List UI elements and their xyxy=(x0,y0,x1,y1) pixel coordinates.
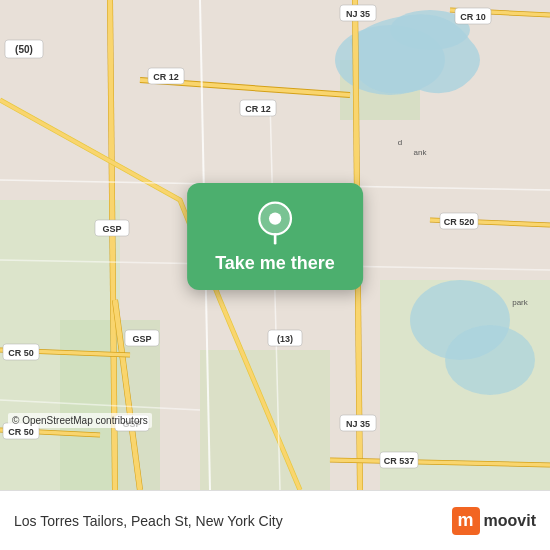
svg-text:CR 12: CR 12 xyxy=(245,104,271,114)
footer-bar: Los Torres Tailors, Peach St, New York C… xyxy=(0,490,550,550)
svg-text:CR 50: CR 50 xyxy=(8,427,34,437)
osm-attribution: © OpenStreetMap contributors xyxy=(8,413,152,428)
location-pin-icon xyxy=(253,201,297,245)
map-view: (50) CR 12 NJ 35 CR 10 CR 12 GSP GSP GSP… xyxy=(0,0,550,490)
svg-point-9 xyxy=(445,325,535,395)
svg-text:GSP: GSP xyxy=(102,224,121,234)
svg-text:NJ 35: NJ 35 xyxy=(346,9,370,19)
svg-rect-4 xyxy=(200,350,330,490)
svg-point-43 xyxy=(269,212,281,224)
svg-text:ank: ank xyxy=(414,148,428,157)
svg-text:CR 50: CR 50 xyxy=(8,348,34,358)
location-label: Los Torres Tailors, Peach St, New York C… xyxy=(14,513,444,529)
svg-text:CR 12: CR 12 xyxy=(153,72,179,82)
svg-text:CR 520: CR 520 xyxy=(444,217,475,227)
svg-text:CR 10: CR 10 xyxy=(460,12,486,22)
svg-text:NJ 35: NJ 35 xyxy=(346,419,370,429)
svg-text:CR 537: CR 537 xyxy=(384,456,415,466)
moovit-wordmark: moovit xyxy=(484,512,536,530)
svg-text:GSP: GSP xyxy=(132,334,151,344)
take-me-there-card[interactable]: Take me there xyxy=(187,183,363,290)
svg-text:(13): (13) xyxy=(277,334,293,344)
svg-text:park: park xyxy=(512,298,529,307)
svg-text:d: d xyxy=(398,138,402,147)
svg-text:(50): (50) xyxy=(15,44,33,55)
moovit-logo: m moovit xyxy=(452,507,536,535)
cta-label: Take me there xyxy=(215,253,335,274)
moovit-icon: m xyxy=(452,507,480,535)
